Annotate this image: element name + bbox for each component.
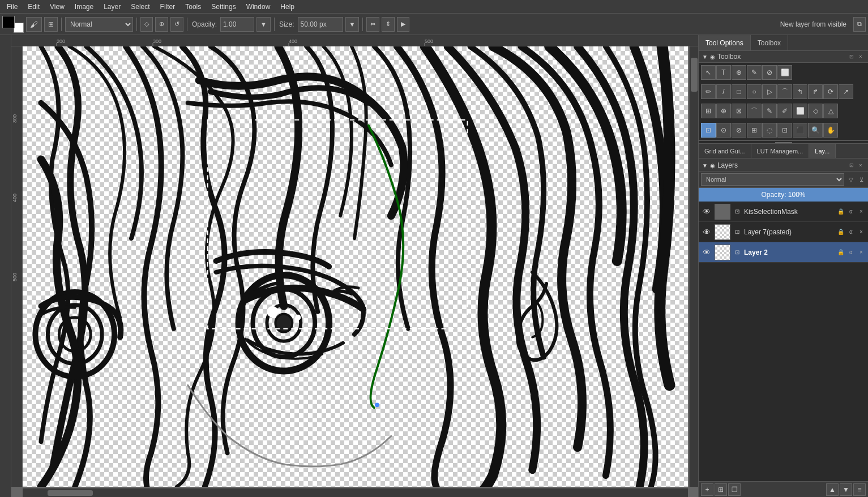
foreground-color[interactable] (2, 16, 15, 28)
refresh-btn[interactable]: ↺ (170, 17, 183, 32)
layer-settings-btn[interactable]: ≡ (853, 483, 866, 496)
tool-transform2[interactable]: ⊞ (701, 104, 716, 118)
layer-0-visibility[interactable]: 👁 (701, 206, 712, 217)
tool-assistant[interactable]: ↗ (839, 84, 853, 99)
size-dropdown[interactable]: ▼ (345, 17, 360, 32)
menu-settings[interactable]: Settings (207, 2, 240, 12)
more-btn[interactable]: ▶ (397, 17, 409, 32)
tool-text[interactable]: T (716, 65, 731, 80)
tool-pencil[interactable]: ✎ (762, 104, 777, 118)
layer-up-btn[interactable]: ▲ (826, 483, 839, 496)
tool-rect[interactable]: □ (732, 84, 746, 99)
tool-arrow[interactable]: ↖ (701, 65, 716, 80)
layer-1-visibility[interactable]: 👁 (701, 226, 712, 238)
menu-select[interactable]: Select (126, 2, 154, 12)
layer-group-btn[interactable]: ⊞ (715, 483, 727, 496)
tool-ellipse[interactable]: ○ (747, 84, 762, 99)
menu-view[interactable]: View (45, 2, 69, 12)
toolbox-wc-close[interactable]: × (857, 53, 865, 61)
tool-grad[interactable]: ⬜ (793, 104, 807, 118)
tool-rect-select[interactable]: ⊡ (701, 123, 716, 138)
tool-dynamic[interactable]: ↱ (808, 84, 823, 99)
horizontal-scrollbar[interactable] (23, 488, 688, 497)
tool-freehand-select[interactable]: ⊞ (747, 123, 762, 138)
mirror-v-btn[interactable]: ⇕ (382, 17, 395, 32)
layer-0-more[interactable]: × (857, 207, 866, 216)
menu-layer[interactable]: Layer (99, 2, 125, 12)
toolbox-wc-expand[interactable]: ⊡ (848, 53, 856, 61)
opacity-input[interactable] (220, 17, 254, 32)
tab-toolbox[interactable]: Toolbox (751, 35, 788, 50)
window-restore-btn[interactable]: ⧉ (853, 17, 866, 32)
tool-icon-brush[interactable]: 🖌 (26, 17, 42, 32)
tool-transform[interactable]: ⊕ (732, 65, 746, 80)
tool-zoom[interactable]: 🔍 (808, 123, 823, 138)
layers-icon1[interactable]: ▽ (846, 175, 856, 184)
tool-line[interactable]: / (716, 84, 731, 99)
layers-opacity-bar[interactable]: Opacity: 100% (699, 188, 868, 202)
symmetry-btn[interactable]: ⊕ (155, 17, 168, 32)
tool-bezier[interactable]: ⌒ (777, 84, 792, 99)
layer-0-lock[interactable]: 🔒 (836, 207, 845, 216)
canvas-container[interactable] (23, 46, 688, 487)
hscroll-thumb[interactable] (48, 490, 93, 496)
tool-crop[interactable]: ⊠ (732, 104, 746, 118)
tool-fill[interactable]: ✎ (747, 65, 762, 80)
layer-2-alpha[interactable]: α (846, 248, 856, 257)
menu-image[interactable]: Image (70, 2, 98, 12)
tool-measure[interactable]: △ (823, 104, 838, 118)
layers-wc-close[interactable]: × (857, 161, 865, 169)
menu-edit[interactable]: Edit (23, 2, 44, 12)
layers-icon2[interactable]: ⊻ (857, 175, 866, 184)
tool-smart[interactable]: ⬜ (777, 65, 792, 80)
tab-tool-options[interactable]: Tool Options (699, 35, 751, 50)
mirror-h-btn[interactable]: ⇔ (366, 17, 379, 32)
tool-icon-grid[interactable]: ⊞ (44, 17, 58, 32)
menu-tools[interactable]: Tools (181, 2, 206, 12)
layer-down-btn[interactable]: ▼ (840, 483, 852, 496)
tool-poly-select[interactable]: ⊘ (732, 123, 746, 138)
layer-2-lock[interactable]: 🔒 (836, 248, 845, 257)
background-color[interactable] (14, 23, 24, 33)
tool-pan[interactable]: ✋ (823, 123, 838, 138)
tool-ellipse-select[interactable]: ⊙ (716, 123, 731, 138)
layer-add-btn[interactable]: + (701, 483, 713, 496)
layer-1-alpha[interactable]: α (846, 228, 856, 237)
size-input[interactable] (298, 17, 343, 32)
layers-collapse-icon[interactable]: ▼ (702, 162, 708, 169)
tool-contiguous-select[interactable]: ◌ (762, 123, 777, 138)
tool-pattern[interactable]: ⊘ (762, 65, 777, 80)
tool-poly[interactable]: ▷ (762, 84, 777, 99)
layer-2-visibility[interactable]: 👁 (701, 247, 712, 258)
layer-0-chain[interactable]: α (846, 207, 856, 216)
menu-filter[interactable]: Filter (156, 2, 180, 12)
tool-freehand[interactable]: ↰ (793, 84, 807, 99)
layers-wc-expand[interactable]: ⊡ (848, 161, 856, 169)
layer-duplicate-btn[interactable]: ❐ (728, 483, 741, 496)
tab-lut[interactable]: LUT Managem... (751, 144, 810, 158)
tool-path[interactable]: ⌒ (747, 104, 762, 118)
tab-grid-guides[interactable]: Grid and Gui... (699, 144, 751, 158)
layer-item-1[interactable]: 👁 ⊡ Layer 7(pasted) 🔒 α × (699, 222, 868, 242)
tool-move[interactable]: ⊕ (716, 104, 731, 118)
opacity-dropdown[interactable]: ▼ (256, 17, 271, 32)
layer-1-lock[interactable]: 🔒 (836, 228, 845, 237)
layer-1-more[interactable]: × (857, 228, 866, 237)
eraser-btn[interactable]: ◇ (140, 17, 153, 32)
toolbox-collapse-icon[interactable]: ▼ (702, 54, 708, 60)
tool-magnet-select[interactable]: ⬛ (793, 123, 807, 138)
menu-window[interactable]: Window (242, 2, 275, 12)
tab-layers[interactable]: Lay... (809, 144, 836, 158)
tool-colorpick[interactable]: ✐ (777, 104, 792, 118)
layer-item-0[interactable]: 👁 ⊡ KisSelectionMask 🔒 α × (699, 202, 868, 222)
canvas-area[interactable]: 200 300 400 500 300 400 500 (11, 35, 698, 497)
vertical-scrollbar[interactable] (689, 46, 698, 487)
layer-item-2[interactable]: 👁 ⊡ Layer 2 🔒 α × (699, 242, 868, 263)
vscroll-thumb[interactable] (691, 58, 698, 92)
tool-similar-select[interactable]: ⊡ (777, 123, 792, 138)
tool-brush[interactable]: ✏ (701, 84, 716, 99)
layer-2-more[interactable]: × (857, 248, 866, 257)
layers-mode-select[interactable]: Normal (701, 173, 844, 186)
blend-mode-select[interactable]: Normal (65, 17, 133, 32)
menu-file[interactable]: File (2, 2, 22, 12)
